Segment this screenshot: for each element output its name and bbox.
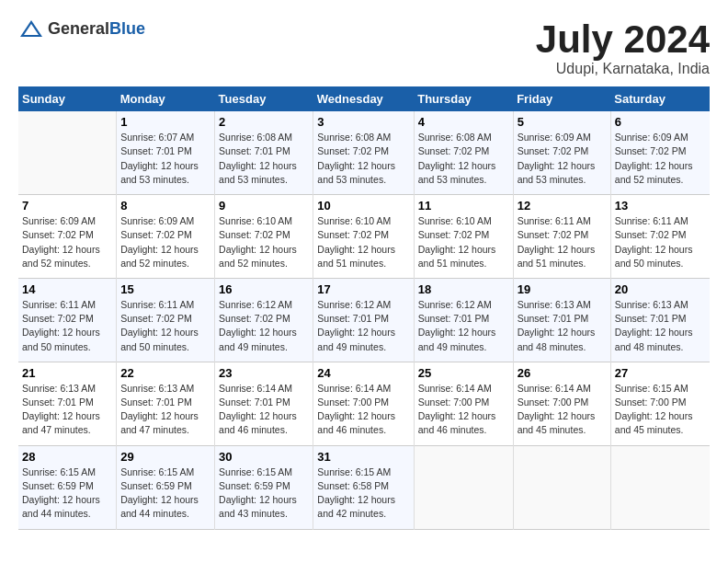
logo-blue: Blue <box>109 19 145 38</box>
day-number: 30 <box>219 450 309 464</box>
day-number: 18 <box>418 282 509 296</box>
day-number: 17 <box>317 282 409 296</box>
calendar-cell: 21Sunrise: 6:13 AM Sunset: 7:01 PM Dayli… <box>18 362 117 445</box>
day-info: Sunrise: 6:15 AM Sunset: 6:59 PM Dayligh… <box>22 465 112 522</box>
weekday-header: Saturday <box>610 86 710 111</box>
day-number: 5 <box>518 115 607 129</box>
calendar-cell: 19Sunrise: 6:13 AM Sunset: 7:01 PM Dayli… <box>513 278 610 362</box>
day-number: 3 <box>317 115 409 129</box>
day-info: Sunrise: 6:09 AM Sunset: 7:02 PM Dayligh… <box>22 214 112 270</box>
day-number: 31 <box>317 450 409 464</box>
day-info: Sunrise: 6:09 AM Sunset: 7:02 PM Dayligh… <box>518 131 607 187</box>
calendar-cell: 2Sunrise: 6:08 AM Sunset: 7:01 PM Daylig… <box>215 111 313 194</box>
day-number: 11 <box>418 199 509 213</box>
day-number: 14 <box>22 282 112 296</box>
calendar-cell: 8Sunrise: 6:09 AM Sunset: 7:02 PM Daylig… <box>117 195 215 279</box>
calendar-cell: 22Sunrise: 6:13 AM Sunset: 7:01 PM Dayli… <box>117 362 215 445</box>
day-info: Sunrise: 6:09 AM Sunset: 7:02 PM Dayligh… <box>120 214 210 270</box>
day-info: Sunrise: 6:14 AM Sunset: 7:00 PM Dayligh… <box>418 382 509 438</box>
calendar-cell: 18Sunrise: 6:12 AM Sunset: 7:01 PM Dayli… <box>414 278 513 362</box>
weekday-header: Friday <box>513 86 610 111</box>
day-number: 6 <box>615 115 706 129</box>
calendar-cell <box>414 445 513 529</box>
day-number: 19 <box>518 282 607 296</box>
day-info: Sunrise: 6:11 AM Sunset: 7:02 PM Dayligh… <box>22 298 112 354</box>
day-info: Sunrise: 6:12 AM Sunset: 7:01 PM Dayligh… <box>418 298 509 354</box>
weekday-header: Monday <box>117 86 215 111</box>
day-info: Sunrise: 6:09 AM Sunset: 7:02 PM Dayligh… <box>615 131 706 187</box>
day-number: 2 <box>219 115 309 129</box>
day-number: 15 <box>120 282 210 296</box>
day-info: Sunrise: 6:15 AM Sunset: 6:58 PM Dayligh… <box>317 465 409 522</box>
day-number: 29 <box>120 450 210 464</box>
day-info: Sunrise: 6:08 AM Sunset: 7:02 PM Dayligh… <box>418 131 509 187</box>
calendar-cell: 14Sunrise: 6:11 AM Sunset: 7:02 PM Dayli… <box>18 278 117 362</box>
calendar-cell: 30Sunrise: 6:15 AM Sunset: 6:59 PM Dayli… <box>215 445 313 529</box>
day-number: 20 <box>615 282 706 296</box>
day-info: Sunrise: 6:13 AM Sunset: 7:01 PM Dayligh… <box>22 382 112 438</box>
day-info: Sunrise: 6:13 AM Sunset: 7:01 PM Dayligh… <box>120 382 210 438</box>
location-title: Udupi, Karnataka, India <box>536 61 710 77</box>
day-number: 21 <box>22 366 112 380</box>
logo: GeneralBlue <box>18 18 145 39</box>
day-info: Sunrise: 6:15 AM Sunset: 7:00 PM Dayligh… <box>615 382 706 438</box>
day-number: 9 <box>219 199 309 213</box>
day-number: 27 <box>615 366 706 380</box>
calendar-cell: 13Sunrise: 6:11 AM Sunset: 7:02 PM Dayli… <box>610 195 710 279</box>
calendar-cell: 4Sunrise: 6:08 AM Sunset: 7:02 PM Daylig… <box>414 111 513 194</box>
day-info: Sunrise: 6:12 AM Sunset: 7:02 PM Dayligh… <box>219 298 309 354</box>
title-block: July 2024 Udupi, Karnataka, India <box>536 18 710 77</box>
calendar-cell: 1Sunrise: 6:07 AM Sunset: 7:01 PM Daylig… <box>117 111 215 194</box>
day-info: Sunrise: 6:11 AM Sunset: 7:02 PM Dayligh… <box>615 214 706 270</box>
calendar-cell: 29Sunrise: 6:15 AM Sunset: 6:59 PM Dayli… <box>117 445 215 529</box>
weekday-header: Thursday <box>414 86 513 111</box>
day-number: 24 <box>317 366 409 380</box>
calendar-cell: 5Sunrise: 6:09 AM Sunset: 7:02 PM Daylig… <box>513 111 610 194</box>
day-info: Sunrise: 6:12 AM Sunset: 7:01 PM Dayligh… <box>317 298 409 354</box>
calendar-cell: 9Sunrise: 6:10 AM Sunset: 7:02 PM Daylig… <box>215 195 313 279</box>
calendar-cell: 10Sunrise: 6:10 AM Sunset: 7:02 PM Dayli… <box>313 195 414 279</box>
day-number: 8 <box>120 199 210 213</box>
calendar-cell: 27Sunrise: 6:15 AM Sunset: 7:00 PM Dayli… <box>610 362 710 445</box>
day-number: 23 <box>219 366 309 380</box>
weekday-header: Wednesday <box>313 86 414 111</box>
calendar-cell: 7Sunrise: 6:09 AM Sunset: 7:02 PM Daylig… <box>18 195 117 279</box>
weekday-header: Sunday <box>18 86 117 111</box>
calendar-cell: 23Sunrise: 6:14 AM Sunset: 7:01 PM Dayli… <box>215 362 313 445</box>
day-number: 28 <box>22 450 112 464</box>
day-number: 26 <box>518 366 607 380</box>
logo-general: General <box>48 19 109 38</box>
calendar-cell: 24Sunrise: 6:14 AM Sunset: 7:00 PM Dayli… <box>313 362 414 445</box>
day-number: 10 <box>317 199 409 213</box>
day-info: Sunrise: 6:13 AM Sunset: 7:01 PM Dayligh… <box>518 298 607 354</box>
day-info: Sunrise: 6:14 AM Sunset: 7:00 PM Dayligh… <box>317 382 409 438</box>
calendar-table: SundayMondayTuesdayWednesdayThursdayFrid… <box>18 86 710 529</box>
day-info: Sunrise: 6:08 AM Sunset: 7:01 PM Dayligh… <box>219 131 309 187</box>
day-number: 25 <box>418 366 509 380</box>
day-info: Sunrise: 6:08 AM Sunset: 7:02 PM Dayligh… <box>317 131 409 187</box>
calendar-cell: 28Sunrise: 6:15 AM Sunset: 6:59 PM Dayli… <box>18 445 117 529</box>
weekday-header: Tuesday <box>215 86 313 111</box>
calendar-cell <box>18 111 117 194</box>
day-info: Sunrise: 6:11 AM Sunset: 7:02 PM Dayligh… <box>120 298 210 354</box>
day-info: Sunrise: 6:11 AM Sunset: 7:02 PM Dayligh… <box>518 214 607 270</box>
calendar-cell: 12Sunrise: 6:11 AM Sunset: 7:02 PM Dayli… <box>513 195 610 279</box>
calendar-cell <box>610 445 710 529</box>
day-number: 1 <box>120 115 210 129</box>
day-number: 13 <box>615 199 706 213</box>
month-title: July 2024 <box>536 18 710 61</box>
calendar-cell: 31Sunrise: 6:15 AM Sunset: 6:58 PM Dayli… <box>313 445 414 529</box>
calendar-cell: 26Sunrise: 6:14 AM Sunset: 7:00 PM Dayli… <box>513 362 610 445</box>
day-number: 12 <box>518 199 607 213</box>
calendar-cell: 3Sunrise: 6:08 AM Sunset: 7:02 PM Daylig… <box>313 111 414 194</box>
day-info: Sunrise: 6:13 AM Sunset: 7:01 PM Dayligh… <box>615 298 706 354</box>
calendar-cell <box>513 445 610 529</box>
calendar-cell: 6Sunrise: 6:09 AM Sunset: 7:02 PM Daylig… <box>610 111 710 194</box>
day-number: 22 <box>120 366 210 380</box>
calendar-cell: 16Sunrise: 6:12 AM Sunset: 7:02 PM Dayli… <box>215 278 313 362</box>
day-info: Sunrise: 6:14 AM Sunset: 7:01 PM Dayligh… <box>219 382 309 438</box>
day-number: 7 <box>22 199 112 213</box>
day-info: Sunrise: 6:10 AM Sunset: 7:02 PM Dayligh… <box>418 214 509 270</box>
calendar-cell: 25Sunrise: 6:14 AM Sunset: 7:00 PM Dayli… <box>414 362 513 445</box>
day-info: Sunrise: 6:15 AM Sunset: 6:59 PM Dayligh… <box>219 465 309 522</box>
